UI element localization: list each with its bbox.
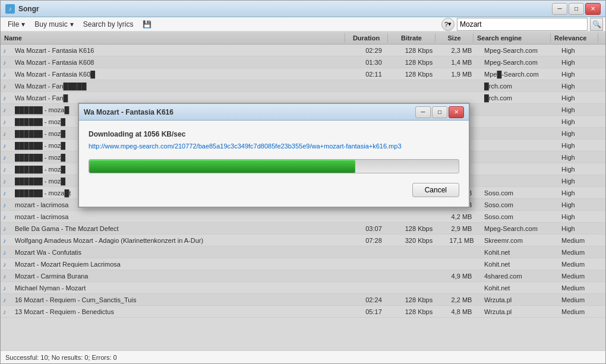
dialog-controls: ─ □ ✕ bbox=[415, 106, 464, 118]
menu-bar: File ▾ Buy music ▾ Search by lyrics 💾 ? … bbox=[1, 17, 605, 31]
save-icon-btn[interactable]: 💾 bbox=[138, 19, 156, 30]
maximize-button[interactable]: □ bbox=[569, 3, 584, 15]
minimize-button[interactable]: ─ bbox=[552, 3, 567, 15]
dialog-buttons: Cancel bbox=[89, 183, 459, 197]
status-bar: Successful: 10; No results: 0; Errors: 0 bbox=[1, 350, 605, 363]
dialog-title: Wa Mozart - Fantasia K616 bbox=[84, 108, 415, 116]
dialog-close-button[interactable]: ✕ bbox=[449, 106, 464, 118]
dialog-overlay: Wa Mozart - Fantasia K616 ─ □ ✕ Download… bbox=[1, 31, 605, 350]
progress-bar-fill bbox=[89, 160, 355, 173]
search-input[interactable] bbox=[457, 18, 588, 31]
window-controls: ─ □ ✕ bbox=[552, 3, 601, 15]
dialog-title-bar: Wa Mozart - Fantasia K616 ─ □ ✕ bbox=[79, 104, 469, 121]
dialog-minimize-button[interactable]: ─ bbox=[415, 106, 431, 118]
buy-music-menu[interactable]: Buy music ▾ bbox=[30, 19, 78, 30]
title-bar: ♪ Songr ─ □ ✕ bbox=[1, 1, 605, 17]
results-table: Name Duration Bitrate Size Search engine… bbox=[1, 31, 605, 350]
app-icon: ♪ bbox=[5, 4, 15, 14]
dialog-maximize-button[interactable]: □ bbox=[432, 106, 447, 118]
file-menu[interactable]: File ▾ bbox=[3, 19, 30, 30]
search-button[interactable]: 🔍 bbox=[590, 18, 603, 31]
cancel-button[interactable]: Cancel bbox=[412, 183, 459, 197]
help-button[interactable]: ? ▾ bbox=[441, 18, 454, 31]
window-title: Songr bbox=[18, 5, 552, 13]
dialog-body: Downloading at 1056 KB/sec http://www.mp… bbox=[79, 121, 469, 207]
search-icon: 🔍 bbox=[592, 20, 601, 29]
download-dialog: Wa Mozart - Fantasia K616 ─ □ ✕ Download… bbox=[78, 103, 470, 208]
status-text: Successful: 10; No results: 0; Errors: 0 bbox=[5, 354, 117, 361]
search-area: ? ▾ 🔍 bbox=[441, 18, 603, 31]
download-status: Downloading at 1056 KB/sec bbox=[89, 130, 459, 138]
download-url: http://www.mpeg-search.com/210772/bae85a… bbox=[89, 142, 459, 151]
progress-bar-container bbox=[89, 159, 459, 173]
main-window: ♪ Songr ─ □ ✕ File ▾ Buy music ▾ Search … bbox=[0, 0, 606, 364]
close-button[interactable]: ✕ bbox=[585, 3, 601, 15]
search-by-lyrics-menu[interactable]: Search by lyrics bbox=[78, 19, 138, 30]
